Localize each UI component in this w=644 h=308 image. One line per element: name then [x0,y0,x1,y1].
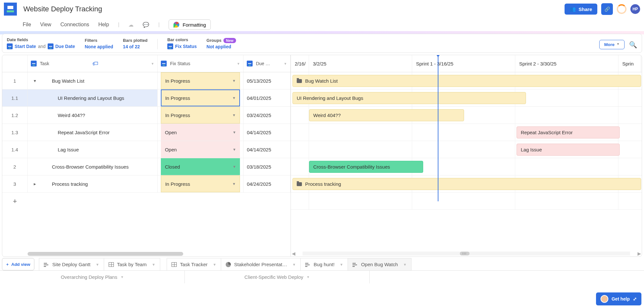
timeline-header-cell[interactable]: 3/2/25 [309,55,412,72]
due-date-cell[interactable]: 03/18/2025 [244,158,291,175]
gantt-bar[interactable]: Process tracking [292,178,641,190]
bar-colors-group[interactable]: Bar colors Fix Status [167,37,197,49]
date-fields-group[interactable]: Date fields Start Date and Due Date [7,37,75,49]
chevron-down-icon[interactable]: ▼ [403,263,407,267]
column-menu-icon[interactable]: ▼ [237,62,240,65]
status-cell[interactable]: In Progress▼ [158,107,244,124]
due-date-cell[interactable]: 03/24/2025 [244,107,291,124]
timeline-scrollbar[interactable]: ◀ III ▶ [291,251,642,256]
scroll-left-icon[interactable]: ◀ [291,251,296,256]
status-cell[interactable]: In Progress▼ [158,89,244,106]
due-date-cell[interactable]: 04/14/2025 [244,124,291,141]
timeline-header-cell[interactable]: Sprint 2 - 3/30/25 [515,55,618,72]
timeline-header-cell[interactable]: Sprin [618,55,641,72]
status-cell[interactable]: Open▼ [158,124,244,141]
status-cell[interactable]: Open▼ [158,141,244,158]
status-value[interactable]: In Progress▼ [161,175,240,192]
timeline-header-cell[interactable]: Sprint 1 - 3/16/25 [412,55,515,72]
table-row[interactable]: 3▸Process trackingIn Progress▼04/24/2025 [2,175,291,193]
workspace-tab-client[interactable]: Client-Specific Web Deploy▼ [185,271,370,283]
due-date-cell[interactable]: 05/13/2025 [244,72,291,89]
task-cell[interactable]: ▸Process tracking [28,175,158,192]
copy-link-button[interactable]: 🔗 [601,3,613,15]
due-date-cell[interactable]: 04/01/2025 [244,89,291,106]
user-avatar[interactable]: HP [630,4,640,14]
status-cell[interactable]: In Progress▼ [158,175,244,192]
add-view-label: Add view [11,262,30,267]
task-cell[interactable]: UI Rendering and Layout Bugs [28,89,158,106]
table-row[interactable]: 1▾Bug Watch ListIn Progress▼05/13/2025 [2,72,291,89]
task-column-header[interactable]: Task 🏷 ▼ [28,55,158,72]
status-value[interactable]: In Progress▼ [161,89,240,106]
horizontal-scrollbar[interactable] [28,252,183,256]
due-date-cell[interactable]: 04/14/2025 [244,141,291,158]
gantt-bar[interactable]: Repeat JavaScript Error [517,126,620,138]
task-cell[interactable]: ▾Bug Watch List [28,72,158,89]
gantt-bar[interactable]: UI Rendering and Layout Bugs [292,92,526,104]
gantt-bar[interactable]: Lag Issue [517,144,620,156]
task-cell[interactable]: Cross-Browser Compatibility Issues [28,158,158,175]
gantt-bar[interactable]: Cross-Browser Compatibility Issues [309,161,423,173]
chevron-down-icon[interactable]: ▼ [213,263,216,267]
status-value[interactable]: Open▼ [161,141,240,158]
chevron-down-icon[interactable]: ▼ [96,263,99,267]
chevron-down-icon[interactable]: ▼ [292,263,296,267]
due-column-header[interactable]: Due … ▼ [244,55,291,72]
timeline-header-cell[interactable]: 2/16/ [291,55,309,72]
plus-icon[interactable]: + [2,197,28,206]
more-button[interactable]: More▼ [599,40,625,49]
add-view-button[interactable]: + Add view [2,258,34,270]
cloud-sync-icon[interactable]: ☁ [128,22,134,28]
share-button[interactable]: 👥 Share [565,4,597,15]
task-cell[interactable]: Repeat JavaScript Error [28,124,158,141]
filters-group[interactable]: Filters None applied [85,38,113,49]
table-row[interactable]: 1.3Repeat JavaScript ErrorOpen▼04/14/202… [2,124,291,141]
view-tab[interactable]: Task by Team▼ [104,258,160,270]
task-cell[interactable]: Lag Issue [28,141,158,158]
due-date-cell[interactable]: 04/24/2025 [244,175,291,192]
get-help-button[interactable]: Get help ⤢ [596,292,641,305]
scroll-right-icon[interactable]: ▶ [637,251,642,256]
view-tab[interactable]: Stakeholder Presentat…▼ [221,258,301,270]
expand-toggle[interactable]: ▸ [28,181,42,186]
column-menu-icon[interactable]: ▼ [284,62,287,65]
chevron-down-icon[interactable]: ▼ [340,263,343,267]
search-icon[interactable]: 🔍 [629,41,637,49]
gantt-bar[interactable]: Bug Watch List [292,75,641,87]
status-column-header[interactable]: Fix Status ▼ [158,55,244,72]
table-row[interactable]: 1.4Lag IssueOpen▼04/14/2025 [2,141,291,158]
formatting-button[interactable]: Formatting [169,19,211,30]
status-value[interactable]: Open▼ [161,124,240,141]
status-cell[interactable]: In Progress▼ [158,72,244,89]
table-row[interactable]: 1.2Weird 404??In Progress▼03/24/2025 [2,107,291,124]
groups-group[interactable]: GroupsNew Not applied [207,38,236,49]
scroll-thumb[interactable]: III [460,252,470,255]
gantt-bar[interactable]: Weird 404?? [309,109,464,121]
bars-plotted-group[interactable]: Bars plotted 14 of 22 [123,38,148,49]
view-tab[interactable]: Bug hunt!▼ [301,258,348,270]
status-value[interactable]: Closed▼ [161,158,240,175]
view-tab[interactable]: Open Bug Watch▼ [348,258,411,270]
task-cell[interactable]: Weird 404?? [28,107,158,124]
status-cell[interactable]: Closed▼ [158,158,244,175]
status-value[interactable]: In Progress▼ [161,107,240,124]
workspace-tab-overarching[interactable]: Overarching Deploy Plans▼ [0,271,185,283]
column-menu-icon[interactable]: ▼ [151,62,154,65]
view-tab[interactable]: Task Tracker▼ [167,258,221,270]
view-tab[interactable]: Site Deploy Gantt▼ [39,258,104,270]
start-date-field[interactable]: Start Date [15,44,36,49]
table-row[interactable]: 2Cross-Browser Compatibility IssuesClose… [2,158,291,175]
chevron-down-icon[interactable]: ▼ [152,263,155,267]
menu-view[interactable]: View [40,22,51,28]
table-row[interactable]: 1.1UI Rendering and Layout BugsIn Progre… [2,89,291,107]
app-logo[interactable] [4,3,17,16]
tag-icon[interactable]: 🏷 [92,60,98,67]
status-value[interactable]: In Progress▼ [161,72,240,89]
comments-icon[interactable]: 💬 [143,22,149,28]
menu-connections[interactable]: Connections [60,22,89,28]
add-row[interactable]: + [2,193,291,210]
expand-toggle[interactable]: ▾ [28,78,42,83]
menu-file[interactable]: File [23,22,31,28]
menu-help[interactable]: Help [98,22,109,28]
due-date-field[interactable]: Due Date [55,44,75,49]
